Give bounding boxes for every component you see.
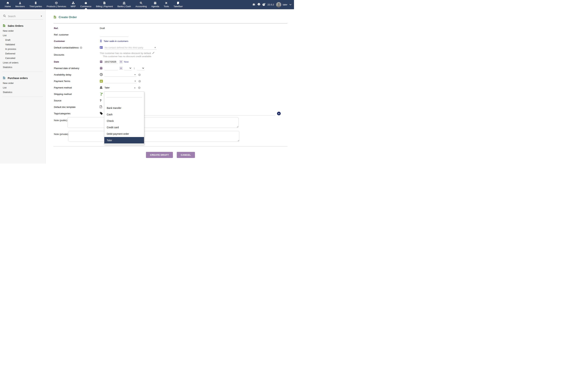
date-input[interactable] — [104, 60, 118, 64]
print-icon[interactable] — [257, 3, 260, 6]
help-icon[interactable]: ? — [262, 3, 266, 7]
search-icon — [3, 15, 6, 18]
question-mark-icon: ? — [100, 99, 102, 102]
nav-label: MRP — [71, 5, 76, 8]
dropdown-option-bank-transfer[interactable]: Bank transfer — [104, 105, 144, 111]
invoice-icon: $ — [103, 1, 105, 5]
delivery-hour-select[interactable] — [124, 67, 132, 70]
time-separator: : — [134, 67, 135, 70]
calendar-picker-button[interactable] — [120, 67, 122, 70]
edit-pencil-icon[interactable] — [152, 52, 155, 55]
customer-link[interactable]: Taler walk-in customers — [104, 40, 128, 42]
dropdown-search-input[interactable] — [106, 93, 142, 96]
section-title: Sales Orders — [8, 25, 23, 27]
sidebar-item-new-order[interactable]: New order — [0, 29, 45, 33]
sidebar-item-in-process[interactable]: In process — [0, 47, 45, 51]
cancel-button[interactable]: CANCEL — [177, 152, 195, 158]
now-link[interactable]: Now — [124, 60, 129, 63]
username-label[interactable]: taler — [283, 3, 287, 6]
contact-select[interactable]: No contact defined for this third party … — [104, 46, 157, 50]
sidebar-item-draft[interactable]: Draft — [0, 38, 45, 42]
dropdown-option-cash[interactable]: Cash — [104, 111, 144, 118]
info-icon[interactable]: i — [138, 80, 141, 83]
nav-home[interactable]: Home — [2, 0, 13, 9]
note-private-textarea[interactable] — [68, 131, 239, 142]
availability-row: Availability delay ▼ i — [54, 71, 294, 78]
sidebar-item-po-statistics[interactable]: Statistics — [0, 90, 45, 95]
purchase-orders-section: Purchase orders New order List Statistic… — [0, 76, 45, 95]
sidebar-item-po-list[interactable]: List — [0, 85, 45, 90]
clock-icon — [100, 73, 103, 76]
search-dollar-icon: $ — [140, 1, 142, 5]
create-draft-button[interactable]: CREATE DRAFT — [146, 152, 173, 158]
main-content: Create Order Ref. Draft Ref. customer Cu… — [46, 9, 294, 184]
sidebar-item-statistics[interactable]: Statistics — [0, 65, 45, 70]
info-icon[interactable]: i — [138, 86, 140, 89]
info-icon[interactable]: i — [80, 47, 82, 49]
page-title-row: Create Order — [53, 15, 294, 19]
customer-row: Customer Taler walk-in customers — [54, 38, 294, 44]
bug-icon[interactable] — [252, 3, 256, 6]
search-input[interactable] — [8, 15, 40, 18]
availability-label: Availability delay — [54, 73, 100, 76]
calendar-icon — [100, 67, 103, 70]
nav-banks-cash[interactable]: Banks | Cash — [115, 0, 133, 9]
nav-accounting[interactable]: $ Accounting — [133, 0, 149, 9]
purchase-orders-header[interactable]: Purchase orders — [0, 76, 45, 81]
nav-members[interactable]: Members — [13, 0, 27, 9]
ref-customer-input[interactable] — [100, 33, 129, 37]
dropdown-option-empty[interactable] — [104, 98, 144, 105]
avatar[interactable] — [276, 2, 281, 7]
nav-third-parties[interactable]: Third parties — [27, 0, 44, 9]
sidebar-item-list[interactable]: List — [0, 33, 45, 38]
chevron-down-icon[interactable] — [289, 3, 292, 6]
cubes-icon — [72, 1, 75, 5]
dropdown-option-debit-payment-order[interactable]: Debit payment order — [104, 131, 144, 137]
ref-value: Draft — [100, 27, 105, 30]
section-title: Purchase orders — [8, 77, 28, 80]
date-row: Date Now — [54, 58, 294, 65]
sales-orders-header[interactable]: Sales Orders — [0, 24, 45, 29]
source-label: Source — [54, 99, 100, 102]
home-icon — [6, 1, 9, 5]
availability-select[interactable]: ▼ — [104, 73, 137, 77]
chevron-up-icon: ▲ — [134, 87, 136, 89]
nav-commerce[interactable]: Commerce — [78, 0, 94, 9]
calendar-picker-button[interactable] — [120, 60, 122, 63]
contact-label: Default contact/addressi — [54, 46, 100, 49]
pdf-file-icon: ᴾ — [100, 105, 102, 109]
add-tag-button[interactable]: + — [277, 112, 281, 115]
order-doc-icon — [53, 15, 56, 19]
file-icon — [177, 1, 179, 5]
delivery-minute-select[interactable] — [137, 67, 145, 70]
note-public-row: Note (public) — [54, 117, 294, 128]
note-public-textarea[interactable] — [67, 117, 239, 128]
discount-line1: This customer has no relative discount b… — [100, 52, 151, 55]
note-private-label: Note (private) — [54, 131, 68, 135]
sidebar-item-validated[interactable]: Validated — [0, 42, 45, 47]
sidebar-item-lines-of-orders[interactable]: Lines of orders — [0, 60, 45, 65]
chevron-down-icon: ▼ — [154, 47, 156, 49]
payment-terms-select[interactable]: ▼ — [104, 79, 137, 83]
dropdown-option-credit-card[interactable]: Credit card — [104, 124, 144, 131]
nav-products-services[interactable]: Products | Services — [44, 0, 69, 9]
nav-mrp[interactable]: MRP — [69, 0, 78, 9]
delivery-date-input[interactable] — [104, 67, 118, 70]
nav-tools[interactable]: Tools — [161, 0, 171, 9]
payment-method-select[interactable]: Taler ▲ — [104, 86, 137, 89]
payment-method-row: Payment method Taler ▲ i — [54, 84, 294, 91]
search-caret-icon[interactable]: ▼ — [40, 15, 42, 17]
dropdown-option-check[interactable]: Check — [104, 118, 144, 124]
left-sidebar: ▼ Sales Orders New order List Draft Vali… — [0, 9, 46, 164]
sidebar-item-po-new-order[interactable]: New order — [0, 81, 45, 85]
nav-billing-payment[interactable]: $ Billing | Payment — [94, 0, 115, 9]
sidebar-item-canceled[interactable]: Canceled — [0, 56, 45, 60]
sidebar-item-delivered[interactable]: Delivered — [0, 51, 45, 56]
nav-talerbarr[interactable]: TalerBarr — [171, 0, 185, 9]
info-icon[interactable]: i — [138, 74, 141, 76]
svg-text:ᴾ: ᴾ — [100, 107, 101, 108]
nav-agenda[interactable]: Agenda — [149, 0, 161, 9]
nav-label: TalerBarr — [173, 5, 183, 8]
address-card-icon — [100, 46, 103, 49]
dropdown-option-taler-selected[interactable]: Taler — [104, 137, 144, 143]
